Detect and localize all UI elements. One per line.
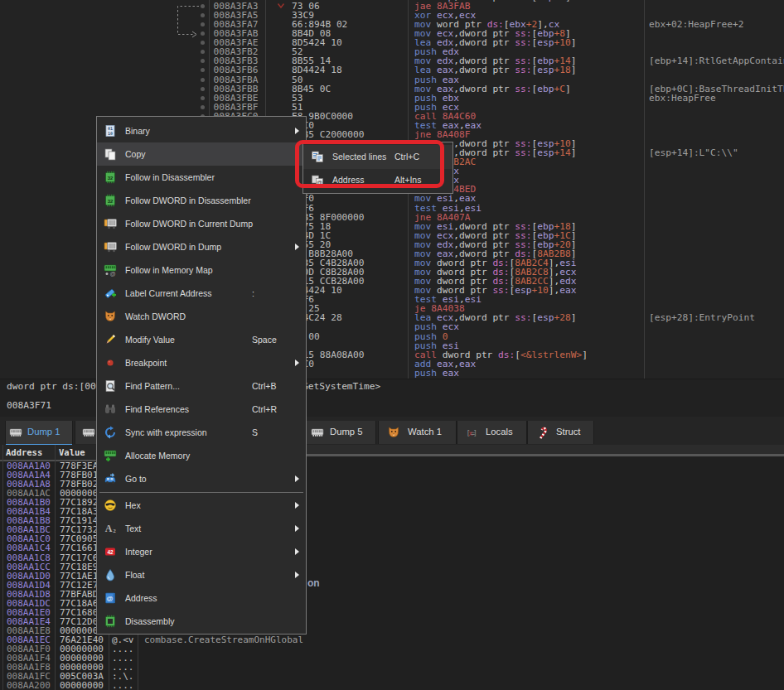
instruction-address: 008A3FB6	[214, 65, 259, 75]
menu-item-watch-dword[interactable]: Watch DWORD	[97, 305, 306, 328]
tab-label: Watch 1	[408, 427, 442, 437]
menu-item-modify-value[interactable]: Modify ValueSpace	[97, 328, 306, 351]
instruction-comment: [esp+14]:L"C:\\"	[649, 148, 738, 157]
menu-item-label: Follow in Disassembler	[125, 172, 215, 182]
menu-item-label: Copy	[125, 149, 146, 159]
instruction-comment: [ebp+0C]:BaseThreadInitThunk	[649, 84, 784, 94]
menu-item-label: Find Pattern...	[125, 381, 180, 391]
findpattern-icon	[104, 379, 117, 393]
dump-row[interactable]: 008AA20000000000....	[0, 681, 464, 690]
svg-text:@: @	[109, 271, 115, 277]
submenu-arrow-icon	[295, 572, 299, 578]
svg-text:A: A	[105, 523, 113, 534]
menu-item-shortcut: Space	[252, 335, 277, 345]
info-line-2: 008A3F71	[7, 401, 51, 410]
menu-item-follow-dword-in-current-dump[interactable]: Follow DWORD in Current Dump	[97, 212, 306, 235]
menu-item-label: Float	[125, 570, 144, 580]
menu-item-breakpoint[interactable]: Breakpoint	[97, 351, 306, 374]
menu-item-follow-dword-in-dump[interactable]: Follow DWORD in Dump	[97, 235, 306, 258]
jump-direction-down-icon	[277, 2, 285, 9]
header-address[interactable]: Address	[6, 447, 42, 457]
memmap-icon: @	[104, 263, 117, 277]
submenu-arrow-icon	[295, 502, 299, 509]
pencil-icon	[104, 333, 117, 346]
header-strip-right	[307, 445, 784, 454]
instruction-comment: [esp+28]:EntryPoint	[649, 313, 755, 322]
dump-ascii: ....	[112, 681, 134, 690]
menu-item-label: Modify Value	[125, 335, 175, 345]
breakpoint-dot[interactable]	[201, 78, 205, 82]
menu-item-find-pattern[interactable]: Find Pattern...Ctrl+B	[97, 374, 306, 398]
breakpoint-dot[interactable]	[201, 105, 205, 109]
submenu-arrow-icon	[295, 244, 299, 250]
header-value[interactable]: Value	[59, 447, 85, 457]
copy-icon	[104, 147, 117, 161]
instruction-bytes: 8D4424 18	[292, 65, 342, 75]
menu-item-label: Watch DWORD	[125, 311, 186, 321]
menu-item-float[interactable]: Float	[97, 563, 306, 586]
svg-text:@: @	[107, 595, 114, 602]
menu-item-label: Sync with expression	[125, 427, 207, 437]
instruction-comment: ebx:HeapFree	[649, 94, 716, 103]
menu-item-label: Follow DWORD in Disassembler	[125, 195, 251, 205]
menu-item-follow-in-disassembler[interactable]: 32Follow in Disassembler	[97, 166, 306, 189]
binary-icon: 0110	[104, 124, 117, 138]
dump-address: 008AA200	[7, 681, 51, 690]
tab-locals[interactable]: [x=]Locals	[457, 421, 527, 444]
menu-item-sync-with-expression[interactable]: Sync with expressionS	[97, 421, 306, 444]
dump-address: 008AA1D4	[7, 581, 51, 590]
menu-item-copy[interactable]: Copy	[97, 142, 306, 166]
menu-item-follow-dword-in-disassembler[interactable]: 32Follow DWORD in Disassembler	[97, 189, 306, 212]
instruction-bytes: 50	[292, 75, 302, 84]
tab-label: Dump 1	[27, 427, 60, 437]
fox-icon	[387, 426, 400, 439]
menu-item-label: Allocate Memory	[125, 451, 190, 461]
jump-arrow	[174, 0, 207, 43]
menu-item-find-references[interactable]: Find ReferencesCtrl+R	[97, 398, 306, 421]
menu-item-integer[interactable]: 42Integer	[97, 540, 306, 563]
text-icon: A2	[104, 522, 117, 535]
annotation-rectangle	[295, 140, 444, 188]
menu-item-label: Follow DWORD in Current Dump	[125, 219, 253, 229]
svg-text:32: 32	[108, 199, 114, 204]
ram-icon	[82, 426, 95, 439]
tab-struct[interactable]: Struct	[527, 421, 594, 444]
menu-item-text[interactable]: A2Text	[97, 517, 306, 540]
menu-item-label: Find References	[125, 404, 189, 414]
menu-item-disassembly[interactable]: Disassembly	[97, 610, 306, 633]
instruction-comment: ebx+02:HeapFree+2	[649, 20, 744, 29]
menu-separator	[99, 492, 303, 493]
menu-item-binary[interactable]: 0110Binary	[97, 119, 306, 142]
struct-icon	[538, 426, 551, 439]
instruction-comment: [ebp+14]:RtlGetAppContainerNamedObjectPa…	[649, 56, 784, 65]
breakpoint-dot[interactable]	[201, 87, 205, 91]
menu-item-label: Follow DWORD in Dump	[125, 242, 221, 252]
integer-icon: 42	[104, 545, 117, 558]
menu-item-address[interactable]: @Address	[97, 586, 306, 610]
submenu-arrow-icon	[295, 359, 299, 366]
menu-item-hex[interactable]: Hex	[97, 494, 306, 517]
fox-icon	[104, 310, 117, 323]
address-icon: @	[104, 591, 117, 605]
breakpoint-dot[interactable]	[201, 96, 205, 100]
submenu-arrow-icon	[295, 525, 299, 532]
menu-item-follow-in-memory-map[interactable]: @Follow in Memory Map	[97, 258, 306, 282]
instruction-bytes: 8B45 0C	[292, 84, 331, 94]
tab-dump-5[interactable]: Dump 5	[301, 421, 376, 444]
float-icon	[104, 568, 117, 581]
tab-dump-1[interactable]: Dump 1	[5, 421, 73, 444]
menu-item-label-current-address[interactable]: Label Current Address:	[97, 282, 306, 305]
menu-item-label: Text	[125, 524, 141, 533]
stray-text: on	[307, 577, 320, 589]
menu-item-label: Breakpoint	[125, 358, 167, 368]
menu-item-label: Integer	[125, 547, 152, 557]
menu-item-shortcut: Ctrl+R	[252, 404, 277, 414]
menu-item-go-to[interactable]: Go to	[97, 467, 306, 490]
svg-text:32: 32	[108, 176, 114, 181]
binoculars-icon	[104, 403, 117, 416]
sync-icon	[104, 426, 117, 439]
menu-item-allocate-memory[interactable]: Allocate Memory	[97, 444, 306, 467]
menu-item-shortcut: S	[252, 427, 258, 437]
svg-text:42: 42	[107, 549, 114, 555]
tab-watch-1[interactable]: Watch 1	[378, 421, 457, 444]
